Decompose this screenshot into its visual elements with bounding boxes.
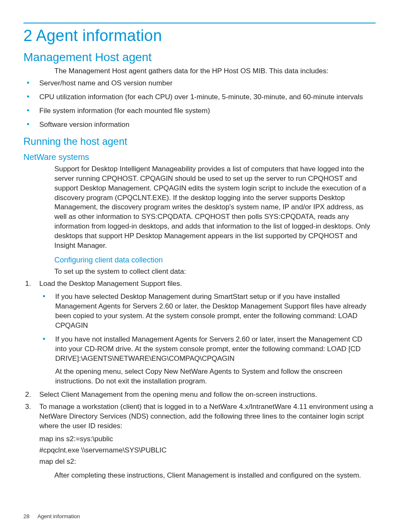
subsection-heading-netware: NetWare systems bbox=[23, 152, 376, 162]
list-item: Server/host name and OS version number bbox=[23, 79, 376, 88]
netware-paragraph: Support for Desktop Intelligent Manageab… bbox=[54, 164, 376, 251]
top-rule bbox=[23, 23, 376, 23]
step1-sublist: If you have selected Desktop Management … bbox=[39, 292, 376, 386]
subsubsection-heading-config: Configuring client data collection bbox=[54, 256, 376, 265]
code-line: map ins s2:=sys:\public bbox=[39, 434, 376, 444]
code-line: map del s2: bbox=[39, 457, 376, 467]
list-item: If you have selected Desktop Management … bbox=[39, 292, 376, 331]
mgmt-host-intro: The Management Host agent gathers data f… bbox=[54, 67, 376, 76]
step-item: To manage a workstation (client) that is… bbox=[23, 402, 376, 467]
footer-chapter: Agent information bbox=[37, 513, 80, 519]
step-text: To manage a workstation (client) that is… bbox=[39, 403, 373, 430]
sub-item-text: If you have not installed Management Age… bbox=[55, 335, 362, 362]
sub-item-extra: At the opening menu, select Copy New Net… bbox=[55, 367, 376, 386]
step-text: Load the Desktop Management Support file… bbox=[39, 280, 182, 288]
page-number: 28 bbox=[23, 513, 29, 519]
list-item: Software version information bbox=[23, 120, 376, 130]
list-item: CPU utilization information (for each CP… bbox=[23, 93, 376, 102]
list-item: File system information (for each mounte… bbox=[23, 106, 376, 116]
document-page: 2 Agent information Management Host agen… bbox=[0, 0, 399, 532]
section-heading-running-host-agent: Running the host agent bbox=[23, 136, 376, 147]
step-item: Load the Desktop Management Support file… bbox=[23, 279, 376, 386]
config-steps-list: Load the Desktop Management Support file… bbox=[23, 279, 376, 467]
code-line: #cpqclnt.exe \\servername\SYS\PUBLIC bbox=[39, 446, 376, 455]
page-title: 2 Agent information bbox=[23, 27, 376, 45]
step-item: Select Client Management from the openin… bbox=[23, 390, 376, 400]
list-item: If you have not installed Management Age… bbox=[39, 335, 376, 386]
mgmt-host-bullet-list: Server/host name and OS version number C… bbox=[23, 79, 376, 130]
config-intro: To set up the system to collect client d… bbox=[54, 267, 376, 277]
script-lines: map ins s2:=sys:\public #cpqclnt.exe \\s… bbox=[39, 434, 376, 467]
page-footer: 28 Agent information bbox=[23, 513, 80, 519]
closing-paragraph: After completing these instructions, Cli… bbox=[54, 471, 376, 481]
section-heading-management-host: Management Host agent bbox=[23, 51, 376, 64]
